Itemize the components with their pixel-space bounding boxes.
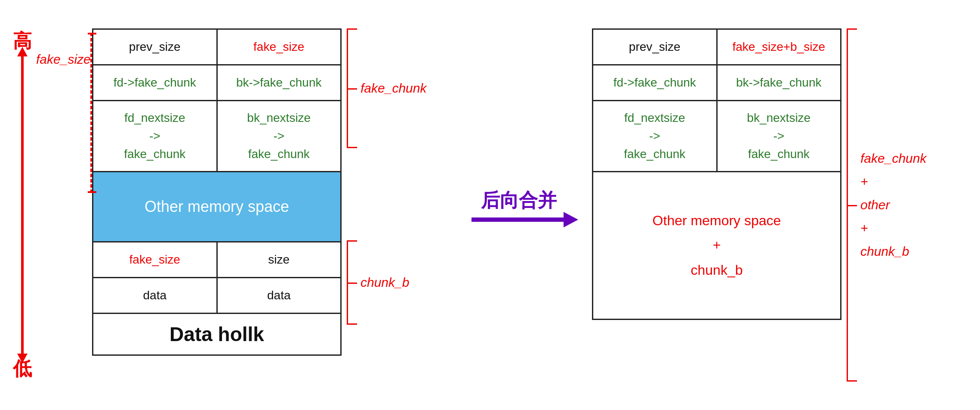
arrow-label: 后向合并 [481, 188, 557, 213]
brace-chunk-b: chunk_b [347, 240, 409, 325]
right-table-row-4: Other memory space + chunk_b [593, 172, 840, 319]
cell-data-2: data [218, 278, 341, 313]
cell-fd-fake-chunk-left: fd->fake_chunk [93, 65, 218, 100]
right-section: prev_size fake_size+b_size fd->fake_chun… [592, 28, 967, 382]
fake-size-tick-top [88, 33, 96, 34]
right-table-row-1: prev_size fake_size+b_size [593, 30, 840, 65]
fake-size-tick-bottom [88, 191, 96, 193]
main-container: 高 低 fake_size prev_size fake_size [0, 0, 980, 410]
brace-bracket-fake-chunk [347, 28, 357, 148]
cell-fake-size-2: fake_size [93, 242, 218, 277]
arrow-line-container [472, 217, 566, 223]
right-table-row-3: fd_nextsize -> fake_chunk bk_nextsize ->… [593, 101, 840, 172]
vertical-axis-left: 高 低 [13, 28, 32, 382]
table-row-3: fd_nextsize -> fake_chunk bk_nextsize ->… [93, 101, 340, 172]
cell-fd-fake-chunk-right: fd->fake_chunk [593, 65, 718, 100]
cell-fd-nextsize-right: fd_nextsize -> fake_chunk [593, 101, 718, 171]
cell-bk-fake-chunk-right: bk->fake_chunk [718, 65, 841, 100]
table-row-7: Data hollk [93, 314, 340, 354]
right-chunk-table: prev_size fake_size+b_size fd->fake_chun… [592, 28, 841, 320]
table-row-2: fd->fake_chunk bk->fake_chunk [93, 65, 340, 101]
table-row-5: fake_size size [93, 242, 340, 278]
brace-combined: fake_chunk + other + chunk_b [847, 28, 926, 382]
fake-size-label: fake_size [36, 52, 91, 67]
right-diagram-wrapper: prev_size fake_size+b_size fd->fake_chun… [592, 28, 967, 382]
right-diagram-brace: fake_chunk + other + chunk_b [847, 28, 967, 382]
cell-size: size [218, 242, 341, 277]
cell-bk-nextsize-right: bk_nextsize -> fake_chunk [718, 101, 841, 171]
brace-bracket-chunk-b [347, 240, 357, 325]
arrow-section: 后向合并 [472, 188, 566, 223]
cell-prev-size-right: prev_size [593, 30, 718, 64]
table-row-1: prev_size fake_size [93, 30, 340, 65]
cell-bk-fake-chunk-left: bk->fake_chunk [218, 65, 341, 100]
label-fake-chunk: fake_chunk [361, 81, 426, 96]
right-table-row-2: fd->fake_chunk bk->fake_chunk [593, 65, 840, 101]
cell-other-memory-right: Other memory space + chunk_b [593, 172, 840, 319]
brace-fake-chunk: fake_chunk [347, 28, 426, 148]
axis-line [21, 55, 24, 355]
cell-fd-nextsize-left: fd_nextsize -> fake_chunk [93, 101, 218, 171]
cell-other-memory-left: Other memory space [93, 172, 340, 241]
cell-fake-size-b-size: fake_size+b_size [718, 30, 841, 64]
table-row-4: Other memory space [93, 172, 340, 242]
left-chunk-table: prev_size fake_size fd->fake_chunk bk->f… [92, 28, 342, 356]
cell-bk-nextsize-left: bk_nextsize -> fake_chunk [218, 101, 341, 171]
label-chunk-b: chunk_b [361, 275, 409, 290]
cell-fake-size-1: fake_size [218, 30, 341, 64]
arrow-line [472, 217, 566, 222]
fake-size-indicator: fake_size [36, 28, 92, 382]
table-row-6: data data [93, 278, 340, 314]
brace-bracket-combined [847, 28, 857, 382]
cell-prev-size-left: prev_size [93, 30, 218, 64]
arrow-head [564, 212, 578, 227]
left-diagram-wrapper: prev_size fake_size fd->fake_chunk bk->f… [92, 28, 446, 382]
label-combined: fake_chunk + other + chunk_b [860, 147, 926, 263]
cell-data-hollk: Data hollk [93, 314, 340, 354]
left-diagram-braces: fake_chunk chunk_b [347, 28, 446, 382]
fake-size-dashed-line [90, 33, 92, 193]
left-section: 高 低 fake_size prev_size fake_size [13, 28, 446, 382]
cell-data-1: data [93, 278, 218, 313]
